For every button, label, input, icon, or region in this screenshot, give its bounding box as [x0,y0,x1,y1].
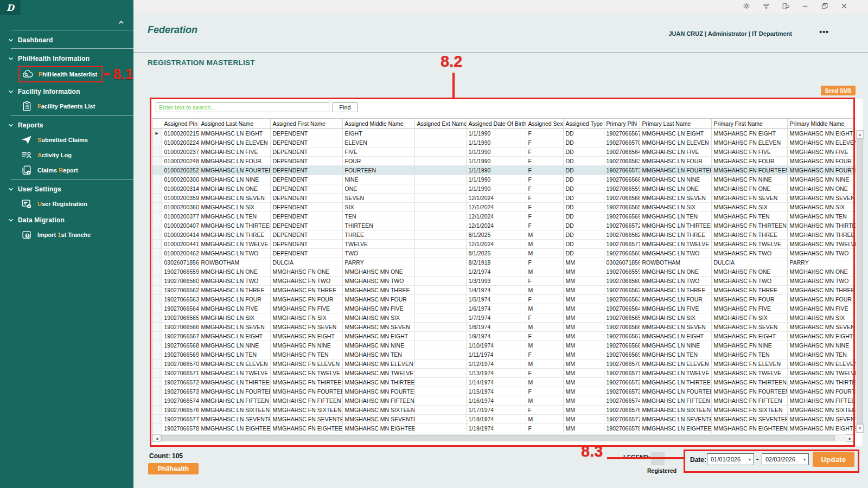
send-sms-button[interactable]: Send SMS [821,86,856,95]
row-selector[interactable] [152,166,162,175]
row-selector[interactable] [152,378,162,387]
table-row[interactable]: 190270665636MMGHAHSC LN FOURMMGHAHSC FN … [152,295,856,304]
table-row[interactable]: 010002004149MMGHAHSC LN THREEDEPENDENTTH… [152,230,856,240]
minimize-button[interactable] [795,0,815,14]
table-row[interactable]: 190270665709MMGHAHSC LN ELEVENMMGHAHSC F… [152,359,856,369]
column-header-assigned-type[interactable]: Assigned Type [563,119,604,129]
philhealth-button[interactable]: Philhealth [148,463,199,474]
table-row[interactable]: 190270665741MMGHAHSC LN FIFTEENMMGHAHSC … [152,396,856,406]
row-selector[interactable] [152,212,162,221]
table-row[interactable]: 010002002243MMGHAHSC LN ELEVENDEPENDENTE… [152,138,856,147]
row-selector[interactable] [152,406,162,415]
row-selector[interactable] [152,258,162,267]
table-row[interactable]: 010002002375MMGHAHSC LN FIVEDEPENDENTFIV… [152,147,856,157]
row-selector[interactable] [152,424,162,433]
table-row[interactable]: 190270665679MMGHAHSC LN EIGHTMMGHAHSC FN… [152,332,856,341]
settings-button[interactable] [737,0,756,14]
row-selector[interactable] [152,415,162,424]
column-header-assigned-last-name[interactable]: Assigned Last Name [199,119,270,129]
table-row[interactable]: 190270665687MMGHAHSC LN NINEMMGHAHSC FN … [152,341,856,350]
column-header-assigned-first-name[interactable]: Assigned First Name [270,119,342,129]
column-header-assigned-date-of-birth[interactable]: Assigned Date Of Birth [466,119,526,129]
row-selector[interactable] [152,249,162,258]
row-selector[interactable] [152,350,162,359]
column-header-assigned-middle-name[interactable]: Assigned Middle Name [342,119,414,129]
row-selector[interactable] [152,230,162,240]
table-row[interactable]: 010002003002MMGHAHSC LN NINEDEPENDENTNIN… [152,175,856,184]
scroll-down-button[interactable]: ▼ [856,424,864,433]
table-row[interactable]: 190270665695MMGHAHSC LN TENMMGHAHSC FN T… [152,350,856,359]
table-row[interactable]: 190270665717MMGHAHSC LN TWELVEMMGHAHSC F… [152,369,856,378]
column-header-primary-middle-name[interactable]: Primary Middle Name [787,119,856,129]
row-selector[interactable] [152,369,162,378]
table-row[interactable]: ▶010002002154MMGHAHSC LN EIGHTDEPENDENTE… [152,129,856,138]
row-selector[interactable] [152,323,162,332]
vertical-scroll-thumb[interactable] [857,139,863,424]
row-selector[interactable] [152,157,162,166]
table-row[interactable]: 190270665660MMGHAHSC LN SEVENMMGHAHSC FN… [152,323,856,332]
table-row[interactable]: 190270665652MMGHAHSC LN SIXMMGHAHSC FN S… [152,313,856,323]
update-button[interactable]: Update [813,452,854,467]
row-selector[interactable] [152,387,162,396]
row-selector[interactable] [152,221,162,230]
row-selector[interactable] [152,175,162,184]
table-row[interactable]: 010002003142MMGHAHSC LN ONEDEPENDENTONE1… [152,184,856,194]
column-header-primary-first-name[interactable]: Primary First Name [711,119,787,129]
date-to-picker[interactable]: 02/03/2026 ▼ [762,453,809,465]
row-selector[interactable] [152,359,162,369]
sidebar-group-user-settings[interactable]: User Settings [0,181,133,196]
sidebar-item-activity-log[interactable]: Activity Log [18,148,75,162]
sidebar-item-facility-patients-list[interactable]: Facility Patients List [18,99,99,113]
column-header-primary-last-name[interactable]: Primary Last Name [640,119,711,129]
column-header-assigned-ext-name[interactable]: Assigned Ext Name [414,119,466,129]
current-row-marker[interactable]: ▶ [152,129,162,138]
table-row[interactable]: 190270665768MMGHAHSC LN SIXTEENMMGHAHSC … [152,406,856,415]
row-selector[interactable] [152,147,162,157]
table-row[interactable]: 010002004076MMGHAHSC LN THIRTEENDEPENDEN… [152,221,856,230]
horizontal-scroll-thumb[interactable] [161,435,835,441]
table-row[interactable]: 010002003592MMGHAHSC LN SEVENDEPENDENTSE… [152,194,856,203]
table-row[interactable]: 190270665733MMGHAHSC LN FOURTEENMMGHAHSC… [152,387,856,396]
date-from-picker[interactable]: 01/01/2026 ▼ [707,453,754,465]
sidebar-collapse[interactable] [0,16,133,28]
column-header-assigned-sex[interactable]: Assigned Sex [526,119,563,129]
table-row[interactable]: 010002002529MMGHAHSC LN FOURTEENDEPENDEN… [152,166,856,175]
devices-button[interactable] [776,0,795,14]
table-row[interactable]: 030260718564ROWBOTHAMDULCIAPARRY8/2/1918… [152,258,856,267]
table-row[interactable]: 190270665644MMGHAHSC LN FIVEMMGHAHSC FN … [152,304,856,313]
row-selector[interactable] [152,304,162,313]
search-input[interactable] [156,102,329,112]
close-button[interactable] [834,0,854,14]
row-selector[interactable] [152,240,162,249]
row-selector[interactable] [152,267,162,277]
sidebar-group-reports[interactable]: Reports [0,117,133,132]
table-row[interactable]: 190270665628MMGHAHSC LN THREEMMGHAHSC FN… [152,286,856,295]
scroll-up-button[interactable]: ▲ [856,130,864,139]
table-row[interactable]: 010002002480MMGHAHSC LN FOURDEPENDENTFOU… [152,157,856,166]
table-row[interactable]: 010002003770MMGHAHSC LN TENDEPENDENTTEN1… [152,212,856,221]
row-selector[interactable] [152,194,162,203]
sidebar-group-philhealth-information[interactable]: PhilHealth Information [0,50,133,65]
find-button[interactable]: Find [333,102,358,112]
row-selector[interactable] [152,286,162,295]
row-selector[interactable] [152,203,162,212]
sidebar-group-data-migration[interactable]: Data Migration [0,212,133,227]
sidebar-item-claims-report[interactable]: Claims Report [18,163,82,177]
row-selector[interactable] [152,277,162,286]
wifi-button[interactable] [756,0,776,14]
table-row[interactable]: 190270665784MMGHAHSC LN EIGHTEENMMGHAHSC… [152,424,856,433]
table-row[interactable]: 190270665598MMGHAHSC LN ONEMMGHAHSC FN O… [152,267,856,277]
sidebar-group-facility-information[interactable]: Facility Information [0,84,133,98]
vertical-scrollbar[interactable]: ▲ ▼ [856,130,863,433]
column-header-assigned-pin[interactable]: Assigned Pin [162,119,199,129]
row-selector[interactable] [152,396,162,406]
sidebar-item-philhealth-masterlist[interactable]: PhilHealth Masterlist [18,66,103,82]
maximize-button[interactable] [815,0,834,14]
table-row[interactable]: 190270665601MMGHAHSC LN TWOMMGHAHSC FN T… [152,277,856,286]
table-row[interactable]: 190270665776MMGHAHSC LN SEVENTEENMMGHAHS… [152,415,856,424]
row-selector[interactable] [152,313,162,323]
table-row[interactable]: 010002003606MMGHAHSC LN SIXDEPENDENTSIX1… [152,203,856,212]
sidebar-item-submitted-claims[interactable]: Submitted Claims [18,133,92,147]
scroll-left-button[interactable]: ◀ [152,434,161,442]
scroll-right-button[interactable]: ▶ [846,434,854,442]
